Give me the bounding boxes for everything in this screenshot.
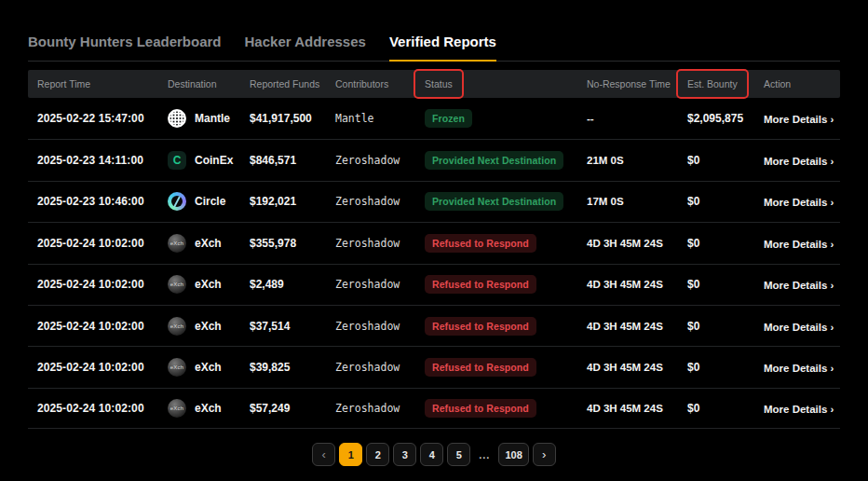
no-response-time-cell: 4D 3H 45M 24S	[577, 279, 678, 290]
table-row: 2025-02-24 10:02:00 eXch $57,249 Zerosha…	[28, 388, 840, 429]
reported-funds-cell: $39,825	[240, 361, 326, 374]
exch-icon	[168, 234, 186, 253]
action-cell: More Details ›	[754, 235, 840, 252]
column-header-no-response-time: No-Response Time	[577, 78, 678, 89]
column-header-report-time: Report Time	[28, 78, 158, 89]
destination-cell: eXch	[158, 399, 240, 418]
tab-hacker-addresses[interactable]: Hacker Addresses	[245, 34, 366, 62]
more-details-link[interactable]: More Details ›	[764, 363, 834, 374]
destination-cell: eXch	[158, 275, 240, 294]
action-cell: More Details ›	[754, 152, 840, 169]
column-header-label: Status	[414, 69, 464, 99]
column-header-reported-funds: Reported Funds	[240, 78, 326, 89]
est-bounty-cell: $0	[678, 278, 754, 291]
mantle-icon	[168, 109, 186, 128]
reported-funds-cell: $41,917,500	[240, 112, 326, 125]
verified-reports-page: Bounty Hunters LeaderboardHacker Address…	[28, 0, 840, 466]
reported-funds-cell: $192,021	[240, 195, 326, 208]
est-bounty-cell: $0	[678, 320, 754, 333]
est-bounty-cell: $0	[678, 402, 754, 415]
report-time-cell: 2025-02-24 10:02:00	[28, 361, 158, 374]
status-badge: Refused to Respond	[425, 399, 536, 418]
destination-cell: eXch	[158, 358, 240, 377]
exch-icon	[168, 275, 186, 294]
status-badge: Frozen	[425, 109, 472, 128]
est-bounty-cell: $0	[678, 154, 754, 167]
action-cell: More Details ›	[754, 318, 840, 335]
status-badge: Refused to Respond	[425, 358, 536, 377]
exch-icon	[168, 358, 186, 377]
contributors-cell: Zeroshadow	[326, 361, 415, 374]
contributors-cell: Zeroshadow	[326, 402, 415, 415]
table-row: 2025-02-23 10:46:00 Circle $192,021 Zero…	[28, 181, 840, 222]
tab-bar: Bounty Hunters LeaderboardHacker Address…	[28, 0, 840, 62]
status-cell: Refused to Respond	[415, 399, 577, 418]
more-details-link[interactable]: More Details ›	[764, 322, 834, 333]
more-details-link[interactable]: More Details ›	[764, 156, 834, 167]
est-bounty-cell: $0	[678, 195, 754, 208]
destination-cell: Circle	[158, 192, 240, 211]
pagination-page-1[interactable]: 1	[339, 443, 362, 466]
column-header-label: Contributors	[335, 78, 388, 89]
table-row: 2025-02-24 10:02:00 eXch $2,489 Zeroshad…	[28, 264, 840, 305]
column-header-destination: Destination	[158, 78, 240, 89]
table-row: 2025-02-24 10:02:00 eXch $39,825 Zerosha…	[28, 346, 840, 387]
pagination-page-2[interactable]: 2	[366, 443, 389, 466]
reported-funds-cell: $846,571	[240, 154, 326, 167]
tab-bounty-hunters-leaderboard[interactable]: Bounty Hunters Leaderboard	[28, 34, 222, 62]
tab-verified-reports[interactable]: Verified Reports	[389, 34, 496, 62]
pagination-page-5[interactable]: 5	[447, 443, 470, 466]
status-badge: Refused to Respond	[425, 234, 536, 253]
more-details-link[interactable]: More Details ›	[764, 197, 834, 208]
column-header-label: Est. Bounty	[676, 69, 749, 99]
more-details-link[interactable]: More Details ›	[764, 280, 834, 291]
est-bounty-cell: $0	[678, 237, 754, 250]
reported-funds-cell: $37,514	[240, 320, 326, 333]
destination-label: eXch	[195, 361, 222, 374]
table-header-row: Report Time Destination Reported Funds C…	[28, 70, 840, 98]
more-details-link[interactable]: More Details ›	[764, 404, 834, 415]
action-cell: More Details ›	[754, 400, 840, 417]
status-cell: Frozen	[415, 109, 577, 128]
reported-funds-cell: $355,978	[240, 237, 326, 250]
column-header-label: Report Time	[37, 78, 90, 89]
coinex-icon	[168, 151, 186, 170]
report-time-cell: 2025-02-24 10:02:00	[28, 278, 158, 291]
column-header-status: Status	[415, 78, 577, 89]
action-cell: More Details ›	[754, 110, 840, 127]
more-details-link[interactable]: More Details ›	[764, 114, 834, 125]
status-badge: Provided Next Destination	[425, 151, 563, 170]
report-time-cell: 2025-02-24 10:02:00	[28, 237, 158, 250]
reported-funds-cell: $2,489	[240, 278, 326, 291]
status-badge: Provided Next Destination	[425, 192, 563, 211]
destination-cell: Mantle	[158, 109, 240, 128]
no-response-time-cell: --	[577, 113, 678, 124]
status-cell: Provided Next Destination	[415, 192, 577, 211]
pagination-page-3[interactable]: 3	[393, 443, 416, 466]
table-row: 2025-02-24 10:02:00 eXch $37,514 Zerosha…	[28, 305, 840, 346]
more-details-link[interactable]: More Details ›	[764, 239, 834, 250]
contributors-cell: Zeroshadow	[326, 154, 415, 167]
pagination-page-4[interactable]: 4	[420, 443, 443, 466]
destination-label: eXch	[195, 278, 222, 291]
column-header-contributors: Contributors	[326, 78, 415, 89]
status-cell: Refused to Respond	[415, 317, 577, 336]
action-cell: More Details ›	[754, 276, 840, 293]
destination-label: CoinEx	[195, 154, 233, 167]
pagination-pages: 12345	[339, 443, 470, 466]
table-row: 2025-02-24 10:02:00 eXch $355,978 Zerosh…	[28, 222, 840, 263]
contributors-cell: Zeroshadow	[326, 278, 415, 291]
pagination-last-page-button[interactable]: 108	[498, 443, 528, 466]
contributors-cell: Zeroshadow	[326, 195, 415, 208]
pagination-next-button[interactable]: ›	[533, 443, 556, 466]
report-time-cell: 2025-02-23 10:46:00	[28, 195, 158, 208]
status-badge: Refused to Respond	[425, 275, 536, 294]
no-response-time-cell: 4D 3H 45M 24S	[577, 403, 678, 414]
no-response-time-cell: 21M 0S	[577, 155, 678, 166]
no-response-time-cell: 4D 3H 45M 24S	[577, 321, 678, 332]
column-header-label: Action	[764, 78, 791, 89]
status-cell: Refused to Respond	[415, 358, 577, 377]
pagination-prev-button[interactable]: ‹	[312, 443, 335, 466]
status-badge: Refused to Respond	[425, 317, 536, 336]
contributors-cell: Zeroshadow	[326, 320, 415, 333]
